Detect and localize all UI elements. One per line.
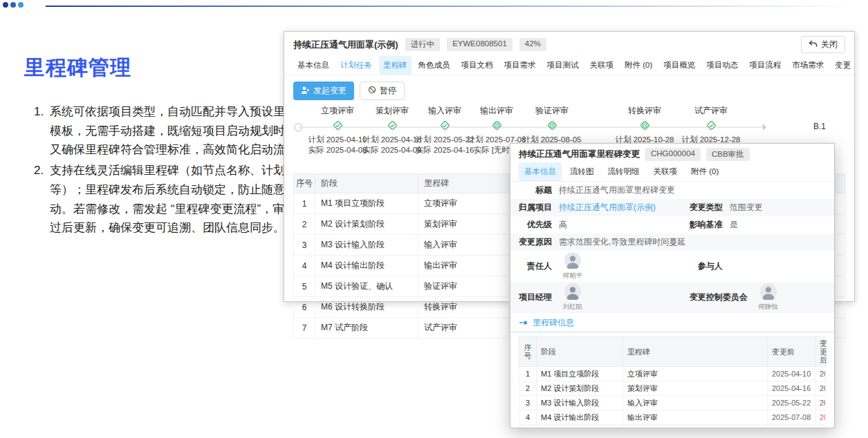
stage-cell: M4 设计输出阶段 [537,410,623,425]
milestone-cell: 立项评审 [623,367,768,381]
tab-附件 (0)[interactable]: 附件 (0) [620,56,656,75]
dialog-tab-流转明细[interactable]: 流转明细 [602,162,645,181]
feature-point: 支持在线灵活编辑里程碑（如节点名称、计划时间等）；里程碑发布后系统自动锁定，防止… [47,161,308,238]
dialog-form: 标题 持续正压通气用面罩里程碑变更 归属项目 持续正压通气用面罩(示例) 变更类… [510,182,834,313]
impact-baseline-label: 影响基准 [690,219,723,231]
change-type-label: 变更类型 [690,202,723,213]
close-button-label: 关闭 [821,39,838,50]
dialog-title: 持续正压通气用面罩里程碑变更 [519,149,640,160]
tab-项目动态[interactable]: 项目动态 [702,56,742,75]
stage-cell: M4 设计输出阶段 [315,256,418,276]
participant-label: 参与人 [690,260,723,272]
before-date: 2025-04-16 [768,381,815,396]
tab-关联项[interactable]: 关联项 [586,56,618,75]
column-header: 序号 [519,337,537,367]
title-value: 持续正压通气用面罩里程碑变更 [559,184,675,196]
stage-cell: M3 设计输入阶段 [315,235,418,256]
owner-avatar [564,252,581,271]
milestone-pending-icon [504,120,600,132]
dialog-tab-关联项[interactable]: 关联项 [648,162,683,181]
milestone-cell: 输入评审 [623,396,768,410]
reason-value: 需求范围变化,导致里程碑时间蔓延 [559,236,685,248]
tab-项目流程[interactable]: 项目流程 [745,56,785,75]
stage-cell: M5 设计验证、确认 [315,276,418,297]
milestone-info-section-label: 里程碑信息 [533,317,574,329]
status-badge: 进行中 [405,38,441,51]
person-plus-icon [301,86,310,97]
tab-项目测试[interactable]: 项目测试 [543,56,583,75]
after-date: 2025-04-10 [815,367,826,381]
project-label: 归属项目 [519,202,552,213]
stage-cell: M7 试产阶段 [315,318,418,339]
after-date: 2025-08-12 [815,425,826,429]
milestone-change-table: 序号阶段里程碑变更前变更后 1M1 项目立项阶段立项评审2025-04-1020… [519,336,826,428]
project-link[interactable]: 持续正压通气用面罩(示例) [559,202,656,213]
row-number: 4 [294,256,315,276]
column-header: 里程碑 [623,337,768,367]
slide-corner-dots [3,2,24,8]
tab-里程碑[interactable]: 里程碑 [379,56,412,75]
dialog-tab-流转图[interactable]: 流转图 [564,162,600,181]
tab-市场需求[interactable]: 市场需求 [788,56,828,75]
baseline-version-label: B.1 [813,122,826,131]
tab-角色成员[interactable]: 角色成员 [414,56,454,75]
stage-cell: M2 设计策划阶段 [315,214,418,235]
milestone-name: 验证评审 [504,105,600,120]
dialog-badges: CHG000004CBB审批 [645,148,750,161]
row-number: 1 [294,193,315,214]
field-row-priority: 优先级 高 影响基准 是 [510,216,834,234]
dialog-header: 持续正压通气用面罩里程碑变更 CHG000004CBB审批 [510,144,834,162]
tab-项目需求[interactable]: 项目需求 [500,56,540,75]
priority-value: 高 [559,219,567,231]
ccb-label: 变更控制委员会 [690,292,748,303]
milestone-cell: 策划评审 [623,381,768,396]
row-number: 2 [294,214,315,235]
milestone-cell: 转换评审 [418,297,509,318]
dialog-tab-附件 (0)[interactable]: 附件 (0) [685,162,724,181]
close-button[interactable]: 关闭 [801,36,845,53]
column-header: 阶段 [537,337,623,367]
milestone-cell: 试产评审 [418,318,509,339]
milestone-cell: 输入评审 [418,235,509,256]
slide-top-rule [46,6,858,7]
stage-cell: M2 设计策划阶段 [537,381,623,396]
milestone-cell: 输出评审 [623,410,768,425]
row-number: 7 [294,318,315,339]
initiate-change-label: 发起变更 [313,85,347,97]
after-date: 2025-07-16 [815,410,826,425]
owner-name: 何昭平 [563,272,583,280]
row-number: 3 [519,396,537,410]
tab-变更[interactable]: 变更 [831,56,854,75]
row-number: 3 [294,235,315,256]
tab-计划任务[interactable]: 计划任务 [336,56,376,75]
column-header: 阶段 [315,174,418,193]
ccb-avatar [760,283,777,302]
feature-points-list: 系统可依据项目类型，自动匹配并导入预设里程碑模板，无需手动搭建，既缩短项目启动规… [25,102,308,239]
project-title: 持续正压通气用面罩(示例) [293,39,398,51]
stage-cell: M5 设计验证、确认 [537,425,623,429]
ccb-name: 何静怡 [758,303,778,312]
column-header: 里程碑 [418,174,509,193]
feature-point: 系统可依据项目类型，自动匹配并导入预设里程碑模板，无需手动搭建，既缩短项目启动规… [47,102,308,160]
pause-label: 暂停 [380,85,396,97]
dialog-badge: CBB审批 [706,148,750,161]
initiate-change-button[interactable]: 发起变更 [293,82,354,100]
stage-cell: M3 设计输入阶段 [537,396,623,410]
field-row-reason: 变更原因 需求范围变化,导致里程碑时间蔓延 [510,234,834,251]
after-date: 2025-04-16 [815,381,826,396]
tab-基本信息[interactable]: 基本信息 [293,56,333,75]
stage-cell: M1 项目立项阶段 [537,367,623,381]
dialog-tab-基本信息[interactable]: 基本信息 [519,162,562,181]
status-badge: EYWE0808501 [447,38,513,51]
tab-项目概览[interactable]: 项目概览 [659,56,699,75]
pause-button[interactable]: 暂停 [360,82,405,100]
before-date: 2025-04-10 [768,367,815,381]
back-arrow-icon [809,40,818,50]
milestone-name: 试产评审 [663,105,759,120]
status-badge: 42% [519,38,546,51]
field-row-owner: 责任人 何昭平 参与人 [510,251,834,282]
column-header: 变更前 [768,337,815,367]
tab-项目文档[interactable]: 项目文档 [457,56,497,75]
milestone-cell: 输出评审 [418,256,509,276]
prohibit-icon [368,86,376,96]
